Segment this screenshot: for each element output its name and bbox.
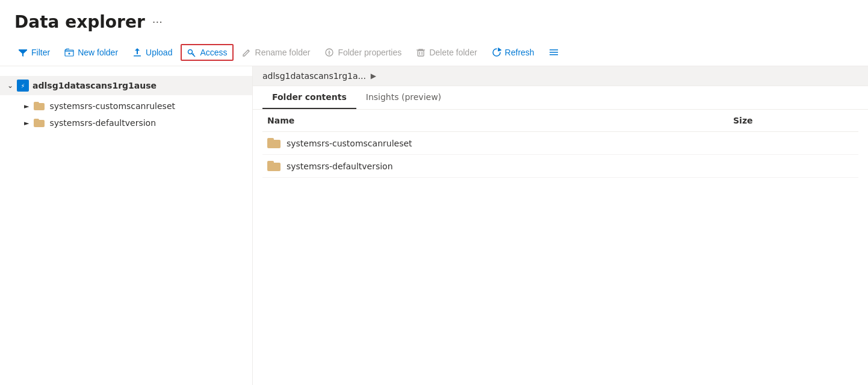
svg-rect-18: [550, 54, 558, 55]
breadcrumb-bar: adlsg1datascans1rg1a... ▶: [253, 66, 868, 86]
folder-properties-icon: [324, 48, 334, 57]
content-area: ⌄ ⚡ adlsg1datascans1rg1ause ► systemsrs-…: [0, 66, 868, 385]
svg-rect-3: [134, 55, 141, 57]
left-panel: ⌄ ⚡ adlsg1datascans1rg1ause ► systemsrs-…: [0, 66, 253, 385]
tree-child-item[interactable]: ► systemsrs-customscanruleset: [17, 98, 252, 114]
storage-icon: ⚡: [17, 80, 29, 92]
tab-insights-preview[interactable]: Insights (preview): [356, 86, 451, 109]
tab-folder-contents[interactable]: Folder contents: [262, 86, 356, 109]
tree-child-item[interactable]: ► systemsrs-defaultversion: [17, 114, 252, 131]
access-key-icon: [187, 48, 196, 57]
svg-rect-11: [418, 51, 424, 56]
right-panel: adlsg1datascans1rg1a... ▶ Folder content…: [253, 66, 868, 385]
rename-folder-icon: [242, 48, 252, 57]
toolbar-more-button[interactable]: [543, 44, 565, 61]
tabs-bar: Folder contents Insights (preview): [253, 86, 868, 110]
page-header: Data explorer ···: [0, 0, 868, 39]
page-title: Data explorer: [14, 12, 145, 32]
table-row[interactable]: systemsrs-defaultversion: [262, 155, 858, 178]
tree-children: ► systemsrs-customscanruleset ► systemsr…: [0, 98, 252, 131]
col-name-header: Name: [267, 116, 733, 125]
tree-child-chevron: ►: [24, 119, 29, 127]
folder-icon-large: [267, 138, 281, 148]
header-more-icon[interactable]: ···: [152, 16, 163, 28]
svg-rect-16: [550, 49, 558, 51]
folder-properties-button[interactable]: Folder properties: [318, 44, 408, 61]
col-size-header: Size: [733, 116, 854, 125]
upload-icon: [132, 48, 142, 57]
row-name: systemsrs-customscanruleset: [267, 138, 733, 148]
tree-root-item[interactable]: ⌄ ⚡ adlsg1datascans1rg1ause: [0, 76, 252, 95]
folder-icon-large: [267, 161, 281, 171]
svg-point-8: [329, 51, 330, 52]
tree-child-chevron: ►: [24, 102, 29, 110]
delete-folder-button[interactable]: Delete folder: [410, 44, 483, 61]
row-name: systemsrs-defaultversion: [267, 161, 733, 171]
svg-rect-17: [550, 52, 558, 53]
table-row[interactable]: systemsrs-customscanruleset: [262, 132, 858, 155]
tree-root-label: adlsg1datascans1rg1ause: [33, 81, 157, 90]
filter-icon: [18, 48, 28, 57]
rename-folder-button[interactable]: Rename folder: [236, 44, 317, 61]
filter-button[interactable]: Filter: [12, 44, 56, 61]
tree-child-label: systemsrs-defaultversion: [49, 118, 156, 128]
toolbar-more-icon: [549, 48, 559, 57]
table-area: Name Size systemsrs-customscanruleset sy…: [253, 110, 868, 385]
delete-folder-icon: [416, 48, 426, 57]
new-folder-icon: [64, 48, 74, 57]
toolbar: Filter New folder: [0, 39, 868, 66]
folder-icon-small: [34, 102, 45, 110]
access-button[interactable]: Access: [181, 44, 233, 61]
svg-marker-15: [498, 48, 501, 51]
tree-child-label: systemsrs-customscanruleset: [49, 101, 175, 111]
breadcrumb: adlsg1datascans1rg1a...: [262, 71, 366, 81]
breadcrumb-chevron: ▶: [371, 72, 376, 80]
tree-root-chevron: ⌄: [7, 81, 13, 90]
table-header: Name Size: [262, 110, 858, 132]
page: Data explorer ··· Filter: [0, 0, 868, 385]
file-tree: ⌄ ⚡ adlsg1datascans1rg1ause ► systemsrs-…: [0, 76, 252, 131]
refresh-button[interactable]: Refresh: [486, 44, 541, 61]
folder-icon-small: [34, 119, 45, 127]
svg-point-4: [188, 50, 193, 54]
new-folder-button[interactable]: New folder: [58, 44, 124, 61]
refresh-icon: [492, 48, 501, 57]
upload-button[interactable]: Upload: [126, 44, 178, 61]
